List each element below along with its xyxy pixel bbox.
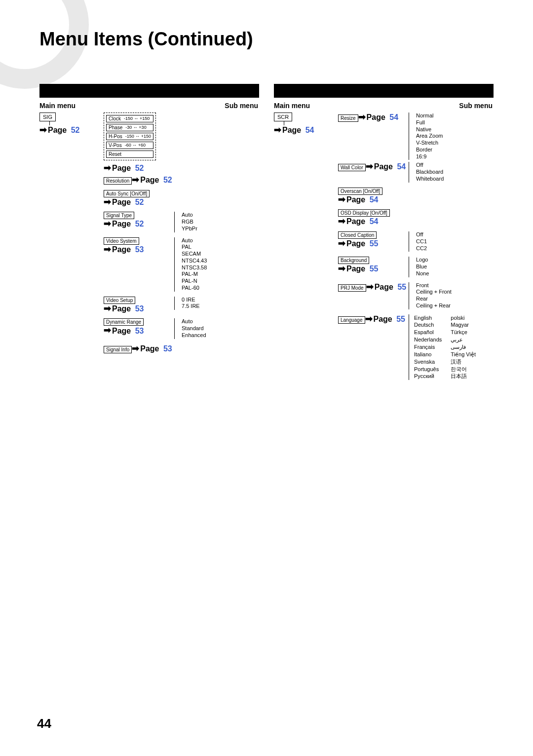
arrow-icon: ➡: [338, 264, 345, 274]
sub-item: Ceiling + Rear: [414, 302, 494, 309]
hdr-sub-right: Sub menu: [333, 102, 494, 110]
page-ref[interactable]: ➡Page 55: [338, 239, 379, 249]
language-item: Magyar: [451, 321, 476, 329]
menu-item: Wall Color: [338, 164, 366, 171]
menu-entry: Background➡Page 55LogoBlueNone: [274, 257, 494, 277]
sub-item: PAL-60: [180, 285, 259, 292]
arrow-icon: ➡: [104, 245, 111, 255]
language-item: 汉语: [451, 358, 476, 366]
page-ref[interactable]: ➡Page 55: [365, 314, 406, 324]
menu-item: Closed Caption: [338, 231, 377, 239]
sub-list: NormalFullNativeArea ZoomV-StretchBorder…: [409, 113, 494, 160]
page-number: 44: [37, 716, 51, 731]
page-ref-dashed[interactable]: ➡ Page 52: [104, 163, 144, 173]
arrow-icon: ➡: [104, 304, 111, 314]
sub-item: Auto: [180, 237, 259, 244]
sub-list: 0 IRE7.5 IRE: [174, 297, 259, 310]
sub-item: Auto: [180, 212, 259, 219]
item-label: Phase: [109, 125, 122, 130]
left-diagram: SIG ➡ Page 52 Clock-150 ↔ +150Phase-30 ↔…: [39, 113, 259, 353]
sub-item: Off: [414, 162, 494, 169]
item-range: -60 ↔ +60: [125, 143, 146, 148]
arrow-icon: ➡: [132, 175, 139, 185]
sub-item: V-Stretch: [414, 140, 494, 147]
page-ref[interactable]: ➡Page 55: [338, 264, 379, 274]
page-ref[interactable]: ➡Page 53: [132, 344, 172, 354]
menu-item: OSD Display [On/Off]: [338, 209, 390, 217]
page-ref[interactable]: ➡Page 52: [104, 219, 144, 229]
left-column: Main menu Sub menu SIG ➡ Page 52 Clock-1…: [39, 84, 259, 385]
page-ref[interactable]: ➡Page 54: [366, 162, 406, 172]
sub-item: CC2: [414, 245, 494, 252]
item-label: H-Pos: [109, 134, 122, 139]
page-ref[interactable]: ➡Page 54: [338, 217, 379, 227]
language-item: Italiano: [414, 351, 442, 358]
arrow-icon: ➡: [132, 344, 139, 354]
sub-list: OffBlackboardWhiteboard: [409, 162, 494, 182]
right-column: Main menu Sub menu SCR ➡ Page 54 Resize➡…: [274, 84, 494, 385]
page-ref[interactable]: ➡Page 54: [338, 195, 379, 205]
menu-entry: Overscan [On/Off]➡Page 54: [274, 188, 494, 205]
sub-list: LogoBlueNone: [409, 257, 494, 277]
page-ref[interactable]: ➡Page 52: [104, 197, 144, 207]
menu-entry: Wall Color➡Page 54OffBlackboardWhiteboar…: [274, 162, 494, 182]
menu-entry: Closed Caption➡Page 55OffCC1CC2: [274, 231, 494, 252]
sub-item: Area Zoom: [414, 133, 494, 140]
menu-item: Video Setup: [104, 297, 135, 304]
sub-item: Whiteboard: [414, 176, 494, 183]
menu-entry: Signal Info➡Page 53: [39, 344, 259, 354]
language-item: Español: [414, 329, 442, 336]
page-ref[interactable]: ➡Page 55: [366, 282, 407, 292]
dashed-item: V-Pos-60 ↔ +60: [106, 142, 153, 149]
sub-item: None: [414, 270, 494, 277]
menu-item: Background: [338, 257, 369, 264]
language-item: Português: [414, 366, 442, 373]
left-headers: Main menu Sub menu: [39, 102, 259, 110]
sub-item: Native: [414, 126, 494, 133]
arrow-icon: ➡: [104, 326, 111, 336]
language-item: Русский: [414, 373, 442, 380]
arrow-icon: ➡: [104, 163, 111, 173]
dashed-item: Reset: [106, 151, 153, 158]
sub-item: CC1: [414, 238, 494, 245]
sub-item: Off: [414, 231, 494, 238]
sub-list: AutoPALSECAMNTSC4.43NTSC3.58PAL-MPAL-NPA…: [174, 237, 259, 292]
page-ref[interactable]: ➡Page 53: [104, 326, 144, 336]
sub-item: Ceiling + Front: [414, 289, 494, 296]
menu-item: Signal Type: [104, 212, 134, 219]
arrow-icon: ➡: [338, 239, 345, 249]
sub-item: PAL: [180, 244, 259, 251]
page-ref[interactable]: ➡Page 53: [104, 304, 144, 314]
page-ref-sig[interactable]: ➡ Page 52: [39, 125, 80, 135]
dashed-item: Clock-150 ↔ +150: [106, 115, 153, 122]
sub-item: RGB: [180, 219, 259, 226]
language-item: 日本語: [451, 373, 476, 380]
sub-list: AutoRGBYPbPr: [174, 212, 259, 232]
hdr-sub-left: Sub menu: [99, 102, 259, 110]
menu-entry: Video System➡Page 53AutoPALSECAMNTSC4.43…: [39, 237, 259, 292]
arrow-icon: ➡: [104, 197, 111, 207]
sub-item: 0 IRE: [180, 297, 259, 303]
language-item: Türkçe: [451, 329, 476, 336]
sub-item: PAL-M: [180, 271, 259, 278]
language-item: Français: [414, 343, 442, 351]
page-ref[interactable]: ➡Page 52: [132, 175, 172, 185]
dashed-group: Clock-150 ↔ +150Phase-30 ↔ +30H-Pos-150 …: [104, 113, 156, 160]
page-ref[interactable]: ➡Page 53: [104, 245, 144, 255]
right-headers: Main menu Sub menu: [274, 102, 494, 110]
item-range: -150 ↔ +150: [125, 134, 151, 139]
page-ref[interactable]: ➡Page 54: [358, 113, 399, 122]
sub-item: Front: [414, 282, 494, 289]
root-scr: SCR: [274, 113, 292, 121]
sub-item: 16:9: [414, 153, 494, 160]
menu-item: Overscan [On/Off]: [338, 188, 382, 195]
language-item: Svenska: [414, 358, 442, 366]
item-label: Reset: [109, 151, 121, 157]
arrow-icon: ➡: [358, 113, 366, 122]
language-item: 한국어: [451, 366, 476, 373]
page-ref-scr[interactable]: ➡ Page 54: [274, 125, 314, 135]
arrow-icon: ➡: [365, 314, 373, 324]
language-item: فارسی: [451, 343, 476, 351]
menu-item: Video System: [104, 237, 139, 245]
item-range: -30 ↔ +30: [125, 125, 146, 130]
